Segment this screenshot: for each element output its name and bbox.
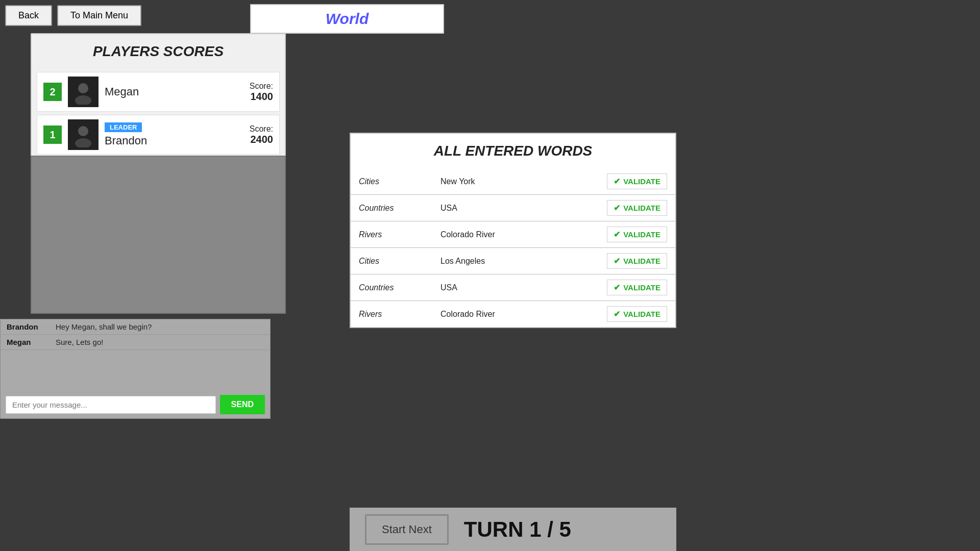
player-score: Score: 1400 [250, 82, 273, 103]
validate-label: VALIDATE [623, 204, 660, 212]
score-value: 1400 [250, 91, 273, 103]
validate-label: VALIDATE [623, 230, 660, 239]
checkmark-icon: ✔ [614, 203, 620, 213]
player-rank: 1 [43, 126, 62, 144]
leader-badge: LEADER [105, 122, 142, 132]
chat-message: Brandon Hey Megan, shall we begin? [1, 319, 270, 335]
chat-empty-space [1, 350, 270, 391]
word-value: New York [440, 177, 607, 186]
word-row: Cities Los Angeles ✔ VALIDATE [351, 248, 675, 274]
player-info: LEADER Brandon [105, 122, 243, 147]
svg-point-1 [78, 83, 88, 93]
word-category: Countries [359, 204, 440, 213]
checkmark-icon: ✔ [614, 256, 620, 266]
start-next-button[interactable]: Start Next [365, 514, 449, 545]
validate-button[interactable]: ✔ VALIDATE [607, 280, 667, 295]
world-title-box: World [250, 4, 444, 34]
word-value: USA [440, 283, 607, 292]
word-row: Rivers Colorado River ✔ VALIDATE [351, 221, 675, 248]
player-row: 1 LEADER Brandon Score: 2400 [37, 115, 280, 155]
player-info: Megan [105, 85, 243, 98]
word-value: Colorado River [440, 310, 607, 319]
players-panel: PLAYERS SCORES 2 Megan Score: 1400 1 [31, 33, 286, 159]
word-row: Countries USA ✔ VALIDATE [351, 274, 675, 301]
checkmark-icon: ✔ [614, 230, 620, 239]
world-title: World [326, 10, 369, 27]
word-row: Cities New York ✔ VALIDATE [351, 168, 675, 195]
player-row: 2 Megan Score: 1400 [37, 72, 280, 112]
validate-label: VALIDATE [623, 177, 660, 186]
word-row: Countries USA ✔ VALIDATE [351, 195, 675, 221]
validate-button[interactable]: ✔ VALIDATE [607, 253, 667, 269]
svg-point-4 [78, 126, 88, 136]
chat-message: Megan Sure, Lets go! [1, 335, 270, 350]
bottom-bar: Start Next TURN 1 / 5 [350, 508, 676, 551]
word-category: Countries [359, 283, 440, 292]
player-rank: 2 [43, 83, 62, 101]
word-category: Rivers [359, 310, 440, 319]
chat-text: Hey Megan, shall we begin? [56, 322, 152, 331]
validate-label: VALIDATE [623, 257, 660, 265]
word-value: Los Angeles [440, 257, 607, 266]
checkmark-icon: ✔ [614, 283, 620, 292]
word-category: Cities [359, 177, 440, 186]
word-category: Cities [359, 257, 440, 266]
players-panel-title: PLAYERS SCORES [32, 34, 285, 69]
validate-label: VALIDATE [623, 283, 660, 292]
chat-input[interactable] [6, 396, 216, 414]
word-category: Rivers [359, 230, 440, 239]
validate-button[interactable]: ✔ VALIDATE [607, 227, 667, 242]
send-button[interactable]: SEND [220, 395, 265, 414]
chat-sender: Megan [7, 338, 47, 346]
top-bar: Back To Main Menu [5, 5, 141, 26]
word-value: Colorado River [440, 230, 607, 239]
chat-messages: Brandon Hey Megan, shall we begin? Megan… [1, 319, 270, 350]
player-score: Score: 2400 [250, 124, 273, 145]
chat-input-row: SEND [1, 391, 270, 418]
checkmark-icon: ✔ [614, 177, 620, 186]
avatar [68, 119, 99, 150]
turn-indicator: TURN 1 / 5 [464, 517, 571, 542]
validate-button[interactable]: ✔ VALIDATE [607, 200, 667, 216]
validate-button[interactable]: ✔ VALIDATE [607, 173, 667, 189]
player-name: Brandon [105, 134, 243, 147]
player-name: Megan [105, 85, 243, 98]
back-button[interactable]: Back [5, 5, 52, 26]
grey-area [31, 156, 286, 314]
score-value: 2400 [250, 134, 273, 145]
avatar [68, 77, 99, 107]
checkmark-icon: ✔ [614, 309, 620, 319]
words-panel: ALL ENTERED WORDS Cities New York ✔ VALI… [350, 133, 676, 328]
players-list: 2 Megan Score: 1400 1 LEADER [32, 72, 285, 155]
word-value: USA [440, 204, 607, 213]
score-label: Score: [250, 124, 273, 134]
validate-label: VALIDATE [623, 310, 660, 318]
validate-button[interactable]: ✔ VALIDATE [607, 306, 667, 322]
chat-sender: Brandon [7, 322, 47, 331]
words-list: Cities New York ✔ VALIDATE Countries USA… [351, 168, 675, 327]
chat-panel: Brandon Hey Megan, shall we begin? Megan… [0, 319, 271, 419]
words-panel-title: ALL ENTERED WORDS [351, 134, 675, 168]
main-menu-button[interactable]: To Main Menu [57, 5, 141, 26]
score-label: Score: [250, 82, 273, 91]
chat-text: Sure, Lets go! [56, 338, 103, 346]
word-row: Rivers Colorado River ✔ VALIDATE [351, 301, 675, 327]
